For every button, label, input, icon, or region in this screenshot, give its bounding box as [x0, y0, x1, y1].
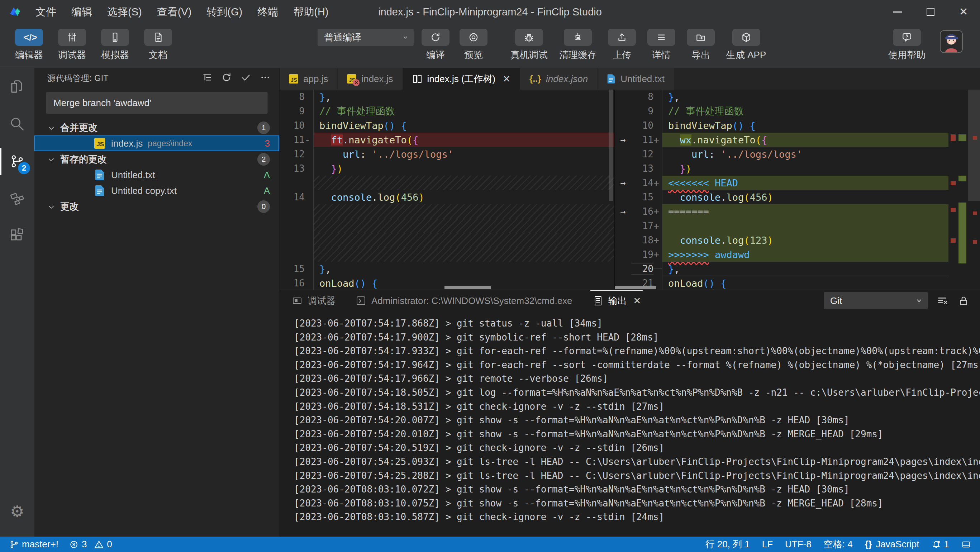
mode-模拟器[interactable]: 模拟器: [101, 29, 129, 61]
code-line-9[interactable]: 9// 事件处理函数: [280, 104, 614, 118]
close-panel-tab-icon[interactable]: ✕: [633, 295, 641, 307]
compile-mode-select[interactable]: 普通编译: [318, 29, 414, 46]
output-channel-select[interactable]: Git: [824, 292, 928, 309]
menu-帮助(H)[interactable]: 帮助(H): [286, 0, 336, 24]
activitybar-modules[interactable]: [0, 180, 34, 217]
overview-ruler[interactable]: [948, 90, 980, 290]
diff-pane-original[interactable]: 8},9// 事件处理函数10bindViewTap() {11- ft.nav…: [280, 90, 614, 290]
vertical-scrollbar[interactable]: [609, 90, 613, 201]
mode-编辑器[interactable]: </>编辑器: [15, 29, 43, 61]
close-tab-icon[interactable]: ✕: [503, 73, 511, 84]
diff-pane-modified[interactable]: 8},9// 事件处理函数10bindViewTap() {→11+ wx.na…: [615, 90, 980, 290]
action-清理缓存[interactable]: 清理缓存: [559, 29, 597, 61]
clear-output-icon[interactable]: [937, 295, 948, 307]
code-line-16[interactable]: →16+=======: [615, 204, 948, 219]
code-line-21[interactable]: 21onLoad() {: [615, 276, 948, 290]
tab-index.js[interactable]: JS✕index.js: [338, 68, 402, 90]
menu-查看(V)[interactable]: 查看(V): [150, 0, 199, 24]
view-as-tree-icon[interactable]: [202, 72, 213, 84]
tab-Untitled.txt[interactable]: Untitled.txt: [598, 68, 674, 90]
horizontal-scrollbar[interactable]: [444, 286, 491, 289]
code-line-14[interactable]: →14+<<<<<<< HEAD: [615, 176, 948, 190]
notifications-bell[interactable]: 1: [932, 539, 949, 550]
action-详情[interactable]: 详情: [648, 29, 675, 61]
code-line-13[interactable]: 13 }): [615, 161, 948, 176]
user-avatar[interactable]: [940, 30, 963, 53]
code-line-8[interactable]: 8},: [280, 90, 614, 104]
code-line-19[interactable]: 19+>>>>>>> awdawd: [615, 247, 948, 262]
code-line-13[interactable]: 13 }): [280, 161, 614, 176]
code-line-10[interactable]: 10bindViewTap() {: [615, 118, 948, 133]
code-line-9[interactable]: 9// 事件处理函数: [615, 104, 948, 118]
code-line-14[interactable]: 14 console.log(456): [280, 190, 614, 204]
code-line-8[interactable]: 8},: [615, 90, 948, 104]
action-生成 APP[interactable]: 生成 APP: [726, 29, 766, 61]
menu-文件[interactable]: 文件: [28, 0, 64, 24]
output-log[interactable]: [2023-06-20T07:54:17.868Z] > git status …: [280, 312, 980, 536]
branch-status[interactable]: master+!: [9, 539, 59, 550]
code-line-17[interactable]: 17+: [615, 219, 948, 233]
menu-选择(S)[interactable]: 选择(S): [100, 0, 150, 24]
json-file-icon: {..}: [530, 74, 541, 84]
code-line-20[interactable]: 20},: [615, 262, 948, 276]
help-button[interactable]: 使用帮助: [888, 29, 926, 61]
tab-label: index.json: [546, 73, 588, 84]
code-text: =======: [662, 204, 948, 219]
cursor-position[interactable]: 行 20, 列 1: [705, 538, 749, 550]
scm-file-Untitled copy.txt[interactable]: Untitled copy.txtA: [34, 183, 279, 199]
more-actions-icon[interactable]: [260, 72, 270, 84]
maximize-button[interactable]: [914, 0, 947, 24]
tab-index.js (工作树)[interactable]: index.js (工作树)✕: [403, 68, 520, 90]
panel-tab-调试器[interactable]: 调试器: [292, 290, 336, 312]
code-line-15[interactable]: 15},: [280, 262, 614, 276]
revert-arrow-icon[interactable]: →: [615, 207, 631, 217]
code-line-15[interactable]: 15 console.log(456): [615, 190, 948, 204]
scm-section-暂存的更改[interactable]: 暂存的更改2: [34, 151, 279, 167]
menu-编辑[interactable]: 编辑: [64, 0, 100, 24]
code-line-11[interactable]: 11- ft.navigateTo({: [280, 133, 614, 147]
diff-sign: +: [654, 220, 662, 231]
language-indicator[interactable]: {}JavaScript: [865, 539, 920, 550]
action-上传[interactable]: 上传: [608, 29, 636, 61]
scm-section-更改[interactable]: 更改0: [34, 199, 279, 214]
menu-终端[interactable]: 终端: [250, 0, 286, 24]
activitybar-source-control[interactable]: 2: [0, 143, 34, 180]
scm-file-Untitled.txt[interactable]: Untitled.txtA: [34, 167, 279, 183]
minimize-button[interactable]: [881, 0, 914, 24]
horizontal-scrollbar[interactable]: [615, 286, 656, 289]
action-导出[interactable]: 导出: [687, 29, 715, 61]
refresh-icon[interactable]: [221, 72, 232, 84]
panel-tab-输出[interactable]: 输出✕: [592, 290, 641, 312]
mode-调试器[interactable]: 调试器: [58, 29, 86, 61]
tab-app.js[interactable]: JSapp.js: [280, 68, 338, 90]
eol-indicator[interactable]: LF: [762, 539, 773, 550]
problems-status[interactable]: 3 0: [69, 539, 112, 550]
tab-index.json[interactable]: {..}index.json: [520, 68, 598, 90]
activitybar-search[interactable]: [0, 105, 34, 143]
activitybar-settings[interactable]: ⚙: [0, 493, 34, 530]
commit-icon[interactable]: [240, 72, 251, 84]
action-真机调试[interactable]: 真机调试: [511, 29, 548, 61]
action-预览[interactable]: 预览: [460, 29, 487, 61]
panel-tab-Administrator: C:\WINDOWS\System32\cmd.exe[interactable]: Administrator: C:\WINDOWS\System32\cmd.e…: [356, 290, 573, 312]
revert-arrow-icon[interactable]: →: [615, 135, 631, 145]
code-line-18[interactable]: 18+ console.log(123): [615, 233, 948, 247]
code-line-12[interactable]: 12 url: '../logs/logs': [615, 147, 948, 161]
menu-转到(G)[interactable]: 转到(G): [199, 0, 250, 24]
commit-message-input[interactable]: [46, 92, 268, 114]
scm-section-合并更改[interactable]: 合并更改1: [34, 120, 279, 135]
encoding-indicator[interactable]: UTF-8: [785, 539, 811, 550]
activitybar-extensions[interactable]: [0, 217, 34, 255]
action-编译[interactable]: 编译: [422, 29, 450, 61]
scm-file-index.js[interactable]: JSindex.jspages\index3: [34, 135, 279, 151]
code-line-11[interactable]: →11+ wx.navigateTo({: [615, 133, 948, 147]
code-line-12[interactable]: 12 url: '../logs/logs': [280, 147, 614, 161]
code-line-10[interactable]: 10bindViewTap() {: [280, 118, 614, 133]
indent-indicator[interactable]: 空格: 4: [824, 538, 853, 550]
revert-arrow-icon[interactable]: →: [615, 178, 631, 188]
close-button[interactable]: ✕: [947, 0, 980, 24]
activitybar-files[interactable]: [0, 68, 34, 105]
panel-layout-toggle[interactable]: [961, 540, 971, 549]
mode-文档[interactable]: 文档: [144, 29, 172, 61]
unlock-icon[interactable]: [958, 295, 969, 307]
